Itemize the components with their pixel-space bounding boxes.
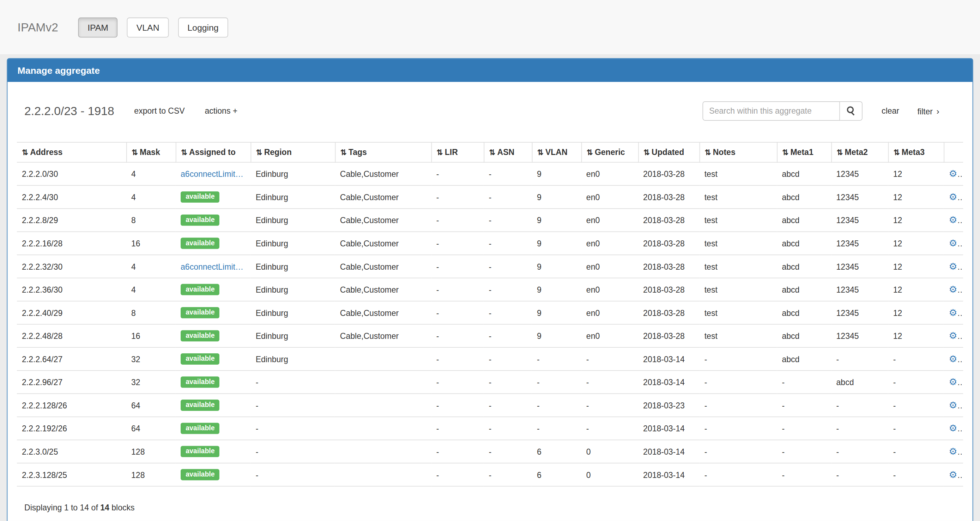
cell-tags: Cable,Customer (335, 163, 431, 186)
column-header-vlan[interactable]: ⇅VLAN (532, 142, 581, 163)
cell-asn: - (484, 394, 531, 417)
column-header-asn[interactable]: ⇅ASN (484, 142, 531, 163)
gear-icon[interactable]: ⚙ (948, 237, 963, 248)
cell-address: 2.2.2.36/30 (17, 278, 126, 301)
cell-meta3: - (888, 440, 944, 463)
gear-icon[interactable]: ⚙ (948, 261, 963, 271)
gear-icon[interactable]: ⚙ (948, 423, 963, 433)
column-header-lir[interactable]: ⇅LIR (431, 142, 484, 163)
column-header-mask[interactable]: ⇅Mask (126, 142, 176, 163)
column-header-notes[interactable]: ⇅Notes (700, 142, 777, 163)
cell-asn: - (484, 163, 531, 186)
sort-icon: ⇅ (489, 148, 495, 157)
gear-icon[interactable]: ⚙ (948, 307, 963, 318)
cell-lir: - (431, 278, 484, 301)
column-header-meta2[interactable]: ⇅Meta2 (831, 142, 888, 163)
footer-suffix: blocks (111, 503, 134, 512)
column-header-meta1[interactable]: ⇅Meta1 (777, 142, 831, 163)
panel-body: 2.2.2.0/23 - 1918 export to CSV actions … (7, 82, 973, 521)
cell-notes: - (700, 417, 777, 440)
cell-lir: - (431, 324, 484, 348)
cell-notes: test (700, 278, 777, 301)
column-header-region[interactable]: ⇅Region (250, 142, 335, 163)
cell-updated: 2018-03-28 (638, 324, 700, 348)
cell-address: 2.2.2.8/29 (17, 209, 126, 232)
cell-meta3: - (888, 394, 944, 417)
app-root: IPAMv2 IPAMVLANLogging Manage aggregate … (0, 0, 980, 521)
cell-meta1: abcd (777, 324, 831, 348)
column-header-meta3[interactable]: ⇅Meta3 (888, 142, 944, 163)
gear-icon[interactable]: ⚙ (948, 168, 963, 179)
cell-lir: - (431, 394, 484, 417)
column-header-label: Assigned to (189, 148, 235, 157)
table-row: 2.2.2.192/26 64 available - - - - - 2018… (17, 417, 963, 440)
column-header-label: Region (264, 148, 292, 157)
nav-buttons: IPAMVLANLogging (78, 17, 237, 37)
table-row: 2.2.2.64/27 32 available Edinburg - - - … (17, 347, 963, 371)
cell-notes: - (700, 347, 777, 371)
cell-notes: test (700, 209, 777, 232)
column-header-label: Notes (713, 148, 735, 157)
export-csv-link[interactable]: export to CSV (134, 106, 185, 116)
cell-meta3: 12 (888, 209, 944, 232)
gear-icon[interactable]: ⚙ (948, 284, 963, 295)
cell-tags (335, 347, 431, 371)
cell-assigned-to: available (176, 185, 251, 209)
cell-vlan: 6 (532, 463, 581, 486)
toolbar-right: clear filter› (702, 101, 956, 121)
table-row: 2.2.2.0/30 4 a6connectLimite... Edinburg… (17, 163, 963, 186)
gear-icon[interactable]: ⚙ (948, 330, 963, 341)
cell-meta1: abcd (777, 185, 831, 209)
cell-actions: ⚙ (943, 278, 963, 301)
gear-icon[interactable]: ⚙ (948, 191, 963, 202)
cell-meta3: - (888, 371, 944, 394)
column-header-address[interactable]: ⇅Address (17, 142, 126, 163)
gear-icon[interactable]: ⚙ (948, 446, 963, 456)
table-row: 2.2.2.32/30 4 a6connectLimite... Edinbur… (17, 255, 963, 278)
column-header-assigned-to[interactable]: ⇅Assigned to (176, 142, 251, 163)
cell-meta2: - (831, 463, 888, 486)
search-input[interactable] (702, 101, 840, 121)
sort-icon: ⇅ (437, 148, 443, 157)
column-header-label: Updated (652, 148, 684, 157)
actions-menu-link[interactable]: actions + (205, 106, 237, 116)
cell-notes: test (700, 301, 777, 324)
column-header-label: ASN (497, 148, 514, 157)
cell-address: 2.2.2.32/30 (17, 255, 126, 278)
cell-region: Edinburg (250, 301, 335, 324)
cell-mask: 8 (126, 209, 176, 232)
cell-meta2: - (831, 440, 888, 463)
filter-link[interactable]: filter› (917, 106, 939, 116)
nav-button-logging[interactable]: Logging (178, 17, 228, 37)
search-group (702, 101, 862, 121)
sort-icon: ⇅ (837, 148, 843, 157)
cell-meta3: 12 (888, 324, 944, 348)
cell-lir: - (431, 301, 484, 324)
gear-icon[interactable]: ⚙ (948, 377, 963, 387)
cell-asn: - (484, 209, 531, 232)
available-badge: available (181, 446, 220, 457)
search-button[interactable] (840, 101, 862, 121)
gear-icon[interactable]: ⚙ (948, 400, 963, 410)
column-header-updated[interactable]: ⇅Updated (638, 142, 700, 163)
cell-generic: 0 (581, 463, 638, 486)
table-row: 2.2.2.36/30 4 available Edinburg Cable,C… (17, 278, 963, 301)
column-header-generic[interactable]: ⇅Generic (581, 142, 638, 163)
column-header-tags[interactable]: ⇅Tags (335, 142, 431, 163)
clear-link[interactable]: clear (881, 106, 899, 116)
cell-vlan: 9 (532, 324, 581, 348)
assigned-link[interactable]: a6connectLimite... (181, 261, 245, 271)
cell-meta1: abcd (777, 231, 831, 255)
gear-icon[interactable]: ⚙ (948, 215, 963, 225)
cell-tags (335, 371, 431, 394)
nav-button-vlan[interactable]: VLAN (127, 17, 169, 37)
nav-button-ipam[interactable]: IPAM (78, 17, 118, 37)
gear-icon[interactable]: ⚙ (948, 353, 963, 364)
assigned-link[interactable]: a6connectLimite... (181, 169, 245, 178)
cell-updated: 2018-03-28 (638, 209, 700, 232)
cell-mask: 4 (126, 278, 176, 301)
available-badge: available (181, 353, 220, 365)
gear-icon[interactable]: ⚙ (948, 469, 963, 480)
cell-updated: 2018-03-28 (638, 278, 700, 301)
cell-meta1: abcd (777, 301, 831, 324)
